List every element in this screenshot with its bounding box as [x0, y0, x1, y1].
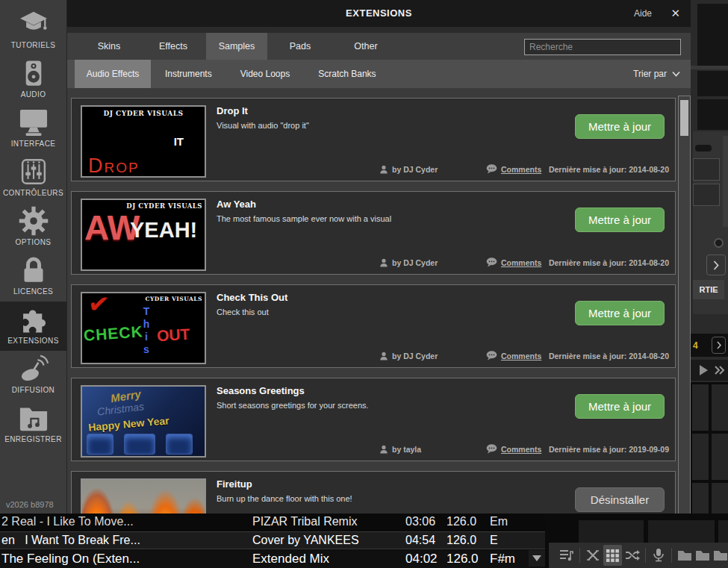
extension-item-seasons-greetings: Merry Christmas Happy New Year Seasons G… [71, 378, 676, 461]
bg-transport-row [691, 360, 728, 381]
scrollbar-thumb[interactable] [680, 100, 688, 136]
playlist-dropdown-button[interactable] [529, 550, 545, 567]
track-bpm: 126.0 [447, 534, 476, 547]
sidebar-item-options[interactable]: OPTIONS [0, 203, 66, 252]
subtab-audio-effects[interactable]: Audio Effects [75, 60, 151, 88]
gift-art [166, 434, 193, 455]
gift-art [124, 434, 155, 455]
tab-effects[interactable]: Effects [140, 33, 206, 60]
user-icon [379, 445, 388, 454]
extension-title: Fireitup [217, 478, 252, 490]
shuffle-icon[interactable] [625, 545, 640, 566]
chevron-right-icon [717, 341, 721, 349]
sort-dropdown[interactable]: Trier par [633, 60, 680, 88]
extension-author: by DJ Cyder [379, 352, 438, 361]
playlist-row[interactable]: en I Want To Break Fre... Cover by YANKE… [0, 531, 545, 549]
chevron-down-icon [672, 71, 680, 77]
dialog-titlebar: EXTENSIONS Aide ✕ [67, 0, 691, 27]
comments-link[interactable]: Comments [486, 164, 541, 174]
help-button[interactable]: Aide [634, 8, 652, 19]
last-updated: Dernière mise à jour: 2014-08-20 [549, 165, 669, 174]
comments-link[interactable]: Comments [486, 258, 541, 267]
sidebar-item-tutoriels[interactable]: TUTORIELS [0, 6, 66, 55]
sliders-icon [19, 154, 49, 189]
extension-item-drop-it: DJ CYDER VISUALS IT Drop Drop It Visual … [71, 98, 676, 181]
track-bpm: 126.0 [447, 515, 476, 528]
extension-description: Check this out [217, 308, 269, 316]
folder-icon[interactable] [676, 545, 691, 566]
grid-icon[interactable] [603, 545, 622, 566]
skip-next-icon[interactable] [715, 366, 725, 375]
automix-icon[interactable] [559, 545, 574, 566]
bg-panel [697, 71, 728, 96]
comments-link[interactable]: Comments [486, 444, 541, 454]
subtab-instruments[interactable]: Instruments [151, 60, 226, 88]
bg-panel [697, 4, 728, 66]
extension-description: Visual with audio "drop it" [217, 121, 309, 130]
sidebar-item-label: CONTRÔLEURS [3, 189, 63, 197]
user-icon [379, 258, 388, 267]
sidebar-item-label: EXTENSIONS [7, 337, 58, 345]
tab-pads[interactable]: Pads [267, 33, 333, 60]
close-icon[interactable]: ✕ [671, 7, 680, 20]
bottom-right-panel [545, 514, 728, 568]
sidebar-item-enregistrer[interactable]: ENREGISTRER [0, 400, 66, 449]
comments-link[interactable]: Comments [486, 351, 541, 361]
bg-row: 4 [691, 334, 728, 357]
output-label: RTIE [693, 280, 724, 299]
sidebar-item-diffusion[interactable]: DIFFUSION [0, 351, 66, 400]
folder-music-icon [17, 400, 50, 435]
sidebar-item-controleurs[interactable]: CONTRÔLEURS [0, 154, 66, 203]
update-button[interactable]: Mettre à jour [575, 114, 665, 139]
thumb-art-text: YEAH! [130, 219, 197, 241]
sidebar-item-label: ENREGISTRER [4, 435, 62, 443]
tab-samples[interactable]: Samples [206, 33, 267, 60]
sidebar-item-extensions[interactable]: EXTENSIONS [0, 302, 66, 351]
titlebar-shadow [67, 27, 691, 33]
extension-description: Short seasons greetings for your screens… [217, 401, 369, 410]
thumb-art-text: This [140, 305, 152, 356]
subtab-scratch-banks[interactable]: Scratch Banks [304, 60, 390, 88]
extension-thumbnail: CYDER VISUALS ✔ CHECK This OUT [81, 292, 206, 364]
update-button[interactable]: Mettre à jour [575, 207, 665, 232]
chevron-right-button[interactable] [712, 337, 726, 354]
track-time: 03:06 [405, 515, 435, 528]
uninstall-button[interactable]: Désinstaller [575, 487, 665, 512]
track-name: The Feeling On (Exten... [1, 552, 140, 567]
bg-panel [579, 520, 644, 543]
tab-skins[interactable]: Skins [78, 33, 140, 60]
playlist-row[interactable]: The Feeling On (Exten... Extended Mix 04… [0, 550, 545, 568]
search-input[interactable] [524, 39, 681, 55]
mic-icon[interactable] [651, 545, 666, 566]
extension-item-check-this-out: CYDER VISUALS ✔ CHECK This OUT Check Thi… [71, 284, 676, 368]
sidebar-item-audio[interactable]: AUDIO [0, 55, 66, 104]
extension-description: Burn up the dance floor with this one! [217, 494, 352, 503]
extension-item-fireitup: FIRE! Fireitup Burn up the dance floor w… [71, 471, 676, 516]
list-scrollbar[interactable] [678, 96, 691, 514]
folder-icon[interactable] [713, 545, 728, 566]
sidebar-item-label: OPTIONS [16, 238, 52, 246]
scratch-icon[interactable] [585, 545, 600, 566]
triangle-down-icon [532, 555, 541, 561]
update-button[interactable]: Mettre à jour [575, 301, 665, 325]
puzzle-icon [18, 302, 49, 337]
speaker-icon [19, 55, 48, 90]
track-key: Em [490, 515, 508, 528]
comment-icon [486, 164, 497, 174]
tab-other[interactable]: Other [333, 33, 399, 60]
toolbar-separator [579, 548, 580, 563]
subtab-video-loops[interactable]: Video Loops [226, 60, 305, 88]
bg-panel [648, 520, 715, 543]
track-name: 2 Real - I Like To Move... [1, 515, 134, 528]
sidebar-item-interface[interactable]: INTERFACE [0, 104, 66, 154]
sidebar-item-licences[interactable]: LICENCES [0, 252, 66, 302]
extension-author: by tayla [379, 445, 421, 454]
playlist-row[interactable]: 2 Real - I Like To Move... PIZAR Tribal … [0, 514, 545, 531]
chevron-right-button[interactable] [706, 255, 726, 275]
play-icon[interactable] [700, 365, 708, 375]
track-version: Cover by YANKEES [252, 534, 359, 547]
lock-icon [19, 252, 49, 287]
bg-panel: RTIE [693, 232, 728, 314]
folder-icon[interactable] [695, 545, 710, 566]
update-button[interactable]: Mettre à jour [575, 394, 665, 419]
